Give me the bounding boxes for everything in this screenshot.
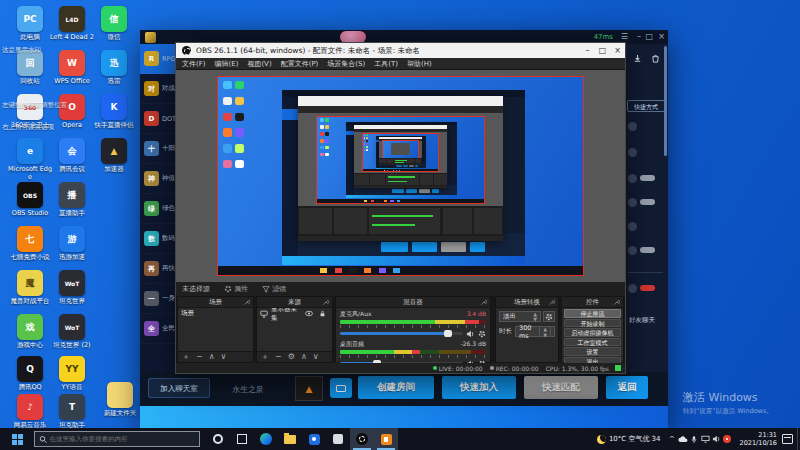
wrench-icon[interactable] [322,299,329,308]
control-button-停止推流[interactable]: 停止推流 [564,309,621,318]
toolbar-glyph-∧[interactable]: ∧ [209,352,215,362]
app-minimize-button[interactable]: – [637,31,641,43]
taskbar-app-task-view[interactable] [230,428,254,450]
weather-text[interactable]: 10°C 空气优 34 [609,434,661,444]
taskbar-app-obs[interactable] [350,428,374,450]
toolbar-glyph-＋[interactable]: ＋ [182,352,190,362]
room-row[interactable] [628,172,664,184]
desktop-icon-15[interactable]: 七七猫免费小说 [8,226,52,262]
menu-视图(V)[interactable]: 视图(V) [247,59,271,69]
control-button-开始录制[interactable]: 开始录制 [564,319,621,328]
sidebar-item-十阳[interactable]: 十十阳 [140,134,176,164]
desktop-icon-9[interactable]: K快手直播伴侣 [92,94,136,130]
filters-button[interactable]: 滤镜 [262,284,286,294]
toolbar-glyph-＋[interactable]: ＋ [261,352,269,362]
desktop-icon-13[interactable]: OBSOBS Studio [8,182,52,218]
taskbar-app-edge[interactable] [254,428,278,450]
source-item[interactable]: 显示器采集 [257,308,332,319]
transition-settings-icon[interactable] [543,311,555,322]
download-icon[interactable] [633,48,642,67]
room-row[interactable] [628,244,664,256]
taskbar-app-orange-app[interactable] [374,428,398,450]
weather-moon-icon[interactable] [597,435,606,444]
action-center-icon[interactable] [782,434,793,444]
toolbar-glyph-⚙[interactable]: ⚙ [288,352,295,362]
tray-alert-icon[interactable] [722,428,733,450]
menu-场景集合(S)[interactable]: 场景集合(S) [327,59,365,69]
scene-item[interactable]: 场景 [178,308,253,319]
tray-disp-icon[interactable] [700,428,711,450]
lobby-button-快速加入[interactable]: 快速加入 [442,376,516,399]
desktop-icon-10[interactable]: eMicrosoft Edge [8,138,52,181]
app-maximize-button[interactable]: □ [645,31,653,43]
sidebar-item-DOTA[interactable]: DDOTA [140,104,176,134]
menu-文件(F)[interactable]: 文件(F) [182,59,206,69]
taskbar-clock[interactable]: 21:31 2021/10/16 [740,431,777,447]
toolbar-glyph-∨[interactable]: ∨ [221,352,227,362]
room-row[interactable] [628,282,664,294]
desktop-icon-12[interactable]: ▲加速器 [92,138,136,174]
duration-input[interactable]: 300 ms▲▼ [515,326,555,337]
app-menu-button[interactable]: ☰ [621,31,628,43]
obs-preview-source-recursive[interactable] [218,77,583,275]
obs-minimize-button[interactable]: – [580,43,595,58]
room-row[interactable] [628,196,664,208]
scrollbar[interactable] [664,46,667,156]
obs-close-button[interactable]: × [610,43,625,58]
menu-编辑(E)[interactable]: 编辑(E) [215,59,239,69]
desktop-icon-24[interactable]: T坦克助手 [50,394,94,430]
desktop-icon-23[interactable]: ♪网易云音乐 [8,394,52,430]
desktop-icon-4[interactable]: 回回收站 [8,50,52,86]
wrench-icon[interactable] [243,299,250,308]
tray-cloud-icon[interactable] [678,428,689,450]
lobby-button-创建房间[interactable]: 创建房间 [358,376,434,399]
join-chat-button[interactable]: 加入聊天室 [148,378,210,398]
control-button-设置[interactable]: 设置 [564,347,621,356]
desktop-icon-21[interactable]: Q腾讯QQ [8,356,52,392]
sidebar-item-RPG[interactable]: RRPG [140,44,176,74]
desktop-icon-17[interactable]: 魔魔兽对战平台 [8,270,52,306]
slider-handle[interactable] [444,330,452,337]
sidebar-item-对战[interactable]: 对对战 [140,74,176,104]
toolbar-glyph-∧[interactable]: ∧ [301,352,307,362]
sidebar-item-全民[interactable]: 全全民 [140,314,176,344]
menu-工具(T)[interactable]: 工具(T) [374,59,398,69]
wrench-icon[interactable] [613,299,620,308]
room-row[interactable] [628,120,664,132]
taskbar-app-utility-app[interactable] [326,428,350,450]
sidebar-item-神值[interactable]: 神神值 [140,164,176,194]
desktop-icon-1[interactable]: PC此电脑 [8,6,52,42]
control-button-启动虚拟摄像机[interactable]: 启动虚拟摄像机 [564,328,621,337]
wrench-icon[interactable] [548,299,555,308]
taskbar-app-file-explorer[interactable] [278,428,302,450]
desktop-icon-16[interactable]: 游迅游加速 [50,226,94,262]
desktop-icon-6[interactable]: 迅迅雷 [92,50,136,86]
sidebar-item-再快[interactable]: 再再快 [140,254,176,284]
desktop-icon-14[interactable]: 播直播助手 [50,182,94,218]
lobby-button-快速匹配[interactable]: 快速匹配 [524,376,598,399]
toolbar-glyph-−[interactable]: − [196,352,203,362]
taskbar-search[interactable] [34,431,200,447]
toolbar-glyph-−[interactable]: − [275,352,282,362]
wrench-icon[interactable] [480,299,487,308]
desktop-icon-11[interactable]: 会腾讯会议 [50,138,94,174]
menu-配置文件(P)[interactable]: 配置文件(P) [281,59,319,69]
sidebar-item-绿色[interactable]: 绿绿色 [140,194,176,224]
room-row[interactable] [628,146,664,158]
desktop-icon-20[interactable]: WoT坦克世界 (2) [50,314,94,350]
app-close-button[interactable]: × [658,31,665,43]
desktop-icon-19[interactable]: 戏游戏中心 [8,314,52,350]
taskbar-app-meeting-app[interactable] [302,428,326,450]
search-input[interactable] [48,434,196,444]
desktop-icon-22[interactable]: YYYY语音 [50,356,94,392]
room-row[interactable] [628,220,664,232]
menu-帮助(H)[interactable]: 帮助(H) [407,59,432,69]
volume-slider[interactable] [340,332,463,335]
desktop-icon-18[interactable]: WoT坦克世界 [50,270,94,306]
tray-mic-icon[interactable] [689,428,700,450]
sidebar-item-一身[interactable]: 一一身 [140,284,176,314]
tray-speaker-icon[interactable] [711,428,722,450]
desktop-icon-3[interactable]: 信微信 [92,6,136,42]
shop-icon[interactable] [651,48,660,67]
obs-titlebar[interactable]: OBS 26.1.1 (64-bit, windows) - 配置文件: 未命名… [176,43,625,58]
